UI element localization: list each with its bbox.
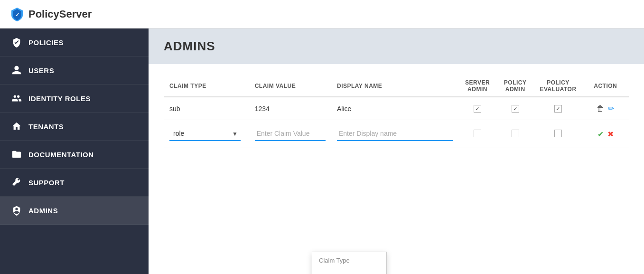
cell-claim-value: 1234 xyxy=(249,97,331,120)
action-icons-row: 🗑 ✏ xyxy=(588,104,623,113)
sidebar-item-documentation[interactable]: Documentation xyxy=(0,141,149,169)
table-row: sub 1234 Alice xyxy=(164,97,629,120)
sidebar-item-users-label: Users xyxy=(28,66,54,75)
th-policy-admin: POLICY ADMIN xyxy=(496,76,534,97)
policy-evaluator-checkbox[interactable] xyxy=(554,105,562,113)
page-body: CLAIM TYPE CLAIM VALUE DISPLAY NAME SERV… xyxy=(149,64,644,274)
wrench-icon xyxy=(11,177,22,188)
claim-type-select-wrapper: Claim Type sub role ▼ xyxy=(169,127,241,141)
sidebar-item-policies[interactable]: Policies xyxy=(0,28,149,57)
cell-server-admin xyxy=(458,97,496,120)
sidebar: Policies Users Identity Roles Tenants Do xyxy=(0,28,149,274)
sidebar-item-identity-roles-label: Identity Roles xyxy=(28,94,91,103)
folder-icon xyxy=(11,149,22,160)
dropdown-item-sub[interactable]: sub xyxy=(312,269,386,274)
th-claim-type: CLAIM TYPE xyxy=(164,76,249,97)
new-policy-evaluator-cell xyxy=(534,120,582,148)
logo: ✓ PolicyServer xyxy=(9,7,92,22)
admins-table: CLAIM TYPE CLAIM VALUE DISPLAY NAME SERV… xyxy=(164,76,629,148)
building-icon xyxy=(11,121,22,132)
claim-type-dropdown: Claim Type sub role xyxy=(312,252,387,274)
new-action-cell: ✔ ✖ xyxy=(582,120,629,148)
th-action: ACTION xyxy=(582,76,629,97)
cell-claim-type: sub xyxy=(164,97,249,120)
new-action-icons: ✔ ✖ xyxy=(588,130,623,139)
user-icon xyxy=(11,65,22,76)
sidebar-item-admins[interactable]: Admins xyxy=(0,197,149,225)
content-area: ADMINS CLAIM TYPE CLAIM VALUE DISPLAY NA… xyxy=(149,28,644,274)
claim-value-input[interactable] xyxy=(255,127,326,141)
new-policy-admin-cell xyxy=(496,120,534,148)
dropdown-item-header[interactable]: Claim Type xyxy=(312,252,386,269)
table-header-row: CLAIM TYPE CLAIM VALUE DISPLAY NAME SERV… xyxy=(164,76,629,97)
sidebar-item-identity-roles[interactable]: Identity Roles xyxy=(0,85,149,113)
new-server-admin-cell xyxy=(458,120,496,148)
policy-admin-checkbox[interactable] xyxy=(512,105,519,113)
sidebar-item-tenants-label: Tenants xyxy=(28,123,64,131)
cell-action: 🗑 ✏ xyxy=(582,97,629,120)
sidebar-item-policies-label: Policies xyxy=(28,38,64,47)
th-display-name: DISPLAY NAME xyxy=(331,76,458,97)
new-policy-evaluator-checkbox[interactable] xyxy=(554,130,562,137)
topbar: ✓ PolicyServer xyxy=(0,0,644,28)
th-server-admin: SERVER ADMIN xyxy=(458,76,496,97)
group-icon xyxy=(11,93,22,104)
new-claim-type-cell: Claim Type sub role ▼ xyxy=(164,120,249,148)
logo-text: PolicyServer xyxy=(28,8,92,20)
new-claim-value-cell xyxy=(249,120,331,148)
new-policy-admin-checkbox[interactable] xyxy=(512,130,519,137)
display-name-input[interactable] xyxy=(337,127,453,141)
edit-button[interactable]: ✏ xyxy=(608,104,614,113)
sidebar-item-support[interactable]: Support xyxy=(0,169,149,197)
logo-icon: ✓ xyxy=(9,7,25,22)
th-policy-evaluator: POLICY EVALUATOR xyxy=(534,76,582,97)
cell-policy-evaluator xyxy=(534,97,582,120)
claim-type-select[interactable]: Claim Type sub role xyxy=(169,127,241,141)
sidebar-item-tenants[interactable]: Tenants xyxy=(0,113,149,141)
main-layout: Policies Users Identity Roles Tenants Do xyxy=(0,28,644,274)
sidebar-item-support-label: Support xyxy=(28,179,65,187)
cell-policy-admin xyxy=(496,97,534,120)
shield-icon xyxy=(11,37,22,47)
server-admin-checkbox[interactable] xyxy=(474,105,481,113)
new-display-name-cell xyxy=(331,120,458,148)
svg-text:✓: ✓ xyxy=(15,12,19,18)
confirm-button[interactable]: ✔ xyxy=(597,130,604,139)
cell-display-name: Alice xyxy=(331,97,458,120)
new-server-admin-checkbox[interactable] xyxy=(474,130,481,137)
delete-button[interactable]: 🗑 xyxy=(597,104,604,113)
sidebar-item-users[interactable]: Users xyxy=(0,57,149,85)
cancel-button[interactable]: ✖ xyxy=(607,130,614,139)
page-header: ADMINS xyxy=(149,28,644,64)
sidebar-item-admins-label: Admins xyxy=(28,207,58,215)
new-row-form: Claim Type sub role ▼ xyxy=(164,120,629,148)
th-claim-value: CLAIM VALUE xyxy=(249,76,331,97)
sidebar-item-documentation-label: Documentation xyxy=(28,151,94,159)
page-title: ADMINS xyxy=(164,39,629,54)
shield-user-icon xyxy=(11,205,22,216)
